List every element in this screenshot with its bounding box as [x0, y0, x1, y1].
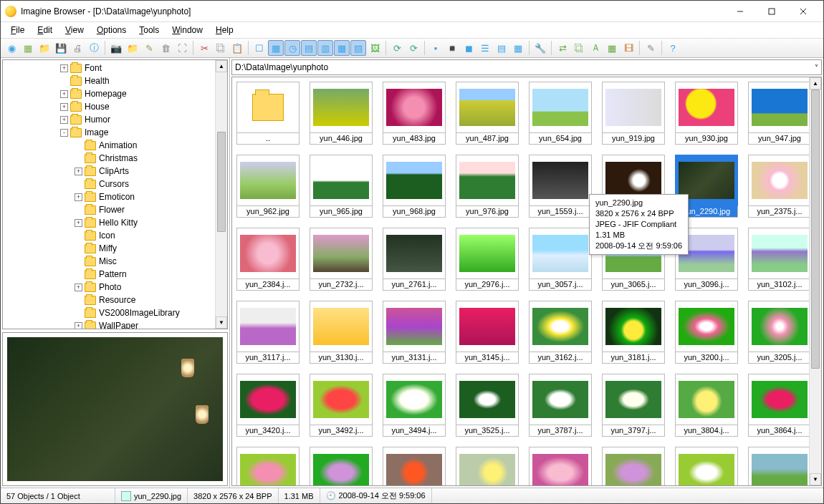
expand-icon[interactable]: + [75, 284, 82, 291]
tree-item-animation[interactable]: Animation [3, 139, 227, 152]
menu-file[interactable]: File [5, 24, 30, 37]
expand-icon[interactable]: + [75, 322, 82, 330]
expand-icon[interactable]: + [60, 90, 68, 98]
toolbar-rename[interactable]: ✎ [141, 40, 157, 56]
thumbnail-item[interactable]: yun_930.jpg [675, 82, 738, 145]
tree-item-cursors[interactable]: Cursors [3, 178, 227, 190]
toolbar-screen-capture[interactable]: ⛶ [174, 40, 190, 56]
toolbar-thumb-tile[interactable]: ▦ [510, 40, 526, 56]
thumbnail-item[interactable]: yun_3162.j... [529, 301, 592, 364]
thumbnail-item[interactable]: yun_3871.j... [236, 447, 300, 486]
tree-scrollbar[interactable]: ▲ ▼ [215, 60, 227, 329]
toolbar-refresh[interactable]: ⟳ [406, 40, 421, 56]
toolbar-copy[interactable]: ⿻ [213, 40, 229, 56]
tree-item-flower[interactable]: Flower [3, 203, 227, 216]
tree-item-resource[interactable]: Resource [3, 294, 227, 306]
toolbar-help[interactable]: ? [665, 40, 681, 56]
minimize-button[interactable] [724, 1, 756, 21]
toolbar-cut[interactable]: ✂ [196, 40, 212, 56]
menu-window[interactable]: Window [166, 24, 209, 37]
thumbnail-item[interactable]: yun_483.jpg [383, 82, 446, 145]
toolbar-open-folder[interactable]: 📁 [37, 40, 52, 56]
toolbar-print[interactable]: 🖨 [70, 40, 85, 56]
thumbnail-item[interactable]: yun_3492.j... [310, 374, 373, 437]
thumbnail-item[interactable]: yun_3787.j... [529, 374, 592, 437]
tree-item-hello-kitty[interactable]: +Hello Kitty [3, 216, 227, 229]
tree-item-christmas[interactable]: Christmas [3, 152, 227, 165]
toolbar-view-fullscreen[interactable]: ◉ [4, 40, 19, 56]
thumbnail-item[interactable]: yun_487.jpg [456, 82, 519, 145]
toolbar-thumb-large[interactable]: ◼ [461, 40, 476, 56]
tree-item-image[interactable]: -Image [3, 126, 227, 139]
thumbnail-item[interactable]: yun_968.jpg [383, 155, 446, 218]
scroll-thumb[interactable] [811, 89, 820, 369]
thumbnail-item[interactable] [675, 447, 738, 486]
tree-item-humor[interactable]: +Humor [3, 113, 227, 126]
thumbnail-item[interactable]: yun_3130.j... [310, 301, 373, 364]
toolbar-batch-rename[interactable]: Ａ [588, 40, 603, 56]
scroll-down-button[interactable]: ▼ [810, 473, 821, 485]
thumbnail-item[interactable]: yun_962.jpg [236, 155, 300, 218]
folder-tree-panel[interactable]: +FontHealth+Homepage+House+Humor-ImageAn… [2, 59, 228, 329]
tree-item-wallpaper[interactable]: +WallPaper [3, 319, 227, 329]
close-button[interactable] [787, 1, 819, 21]
tree-item-emoticon[interactable]: +Emoticon [3, 190, 227, 203]
menu-view[interactable]: View [59, 24, 90, 37]
thumbnail-item[interactable]: yun_3117.j... [236, 301, 300, 364]
thumbnail-item[interactable]: yun_965.jpg [310, 155, 373, 218]
toolbar-new-folder[interactable]: 📁 [125, 40, 140, 56]
parent-folder-item[interactable]: .. [236, 82, 300, 145]
thumbnail-item[interactable]: yun_3057.j... [529, 228, 592, 291]
tree-item-miffy[interactable]: Miffy [3, 242, 227, 255]
collapse-icon[interactable]: - [60, 129, 68, 137]
menu-tools[interactable]: Tools [133, 24, 165, 37]
scroll-up-button[interactable]: ▲ [810, 77, 821, 89]
thumbnail-item[interactable]: yun_3494.j... [383, 374, 446, 437]
expand-icon[interactable]: + [60, 103, 68, 111]
thumbnail-item[interactable]: yun_3181.j... [602, 301, 665, 364]
toolbar-thumb-small[interactable]: ▪ [428, 40, 444, 56]
thumbnail-item[interactable]: yun_654.jpg [529, 82, 592, 145]
toolbar-thumb-list[interactable]: ☰ [477, 40, 493, 56]
thumbnail-item[interactable]: yun_919.jpg [602, 82, 665, 145]
toolbar-view-mode-6[interactable]: ▧ [350, 40, 366, 56]
thumbnail-item[interactable] [602, 447, 665, 486]
thumbnail-item[interactable]: yun_4103.j... [456, 447, 519, 486]
expand-icon[interactable]: + [60, 64, 68, 72]
tree-item-cliparts[interactable]: +ClipArts [3, 165, 227, 178]
expand-icon[interactable]: + [75, 168, 82, 175]
thumbnail-item[interactable]: yun_1559.j... [529, 155, 592, 218]
tree-item-font[interactable]: +Font [3, 62, 227, 74]
address-dropdown-icon[interactable]: ˅ [815, 64, 818, 72]
toolbar-delete[interactable]: 🗑 [158, 40, 173, 56]
thumb-scrollbar[interactable]: ▲ ▼ [809, 77, 821, 485]
thumbnail-area[interactable]: ..yun_446.jpgyun_483.jpgyun_487.jpgyun_6… [231, 77, 822, 486]
thumbnail-item[interactable]: yun_3420.j... [236, 374, 300, 437]
tree-item-house[interactable]: +House [3, 100, 227, 113]
thumbnail-item[interactable]: yun_446.jpg [310, 82, 373, 145]
toolbar-view-mode-1[interactable]: ▦ [268, 40, 284, 56]
thumbnail-item[interactable] [529, 447, 592, 486]
toolbar-convert[interactable]: ⇄ [555, 40, 570, 56]
thumbnail-item[interactable]: yun_3205.j... [748, 301, 811, 364]
toolbar-batch[interactable]: ⿻ [571, 40, 587, 56]
thumbnail-item[interactable] [748, 447, 811, 486]
thumbnail-item[interactable]: yun_3131.j... [383, 301, 446, 364]
menu-options[interactable]: Options [91, 24, 132, 37]
toolbar-thumb-detail[interactable]: ▤ [494, 40, 509, 56]
thumbnail-item[interactable]: yun_3145.j... [456, 301, 519, 364]
thumbnail-item[interactable]: yun_2375.j... [748, 155, 811, 218]
tree-item-homepage[interactable]: +Homepage [3, 87, 227, 100]
toolbar-thumb-medium[interactable]: ◾ [444, 40, 460, 56]
tree-item-misc[interactable]: Misc [3, 255, 227, 268]
toolbar-pictures[interactable]: 🖼 [367, 40, 383, 56]
expand-icon[interactable]: + [60, 116, 68, 124]
toolbar-view-mode-2[interactable]: ◷ [284, 40, 300, 56]
address-bar[interactable]: D:\Data\Image\yunphoto ˅ [231, 59, 822, 75]
toolbar-slideshow[interactable]: ▦ [20, 40, 36, 56]
expand-icon[interactable]: + [75, 219, 82, 227]
toolbar-select-all[interactable]: ☐ [251, 40, 267, 56]
toolbar-view-mode-4[interactable]: ▥ [317, 40, 333, 56]
thumbnail-item[interactable]: yun_4037.j... [383, 447, 446, 486]
thumbnail-item[interactable]: yun_2761.j... [383, 228, 446, 291]
